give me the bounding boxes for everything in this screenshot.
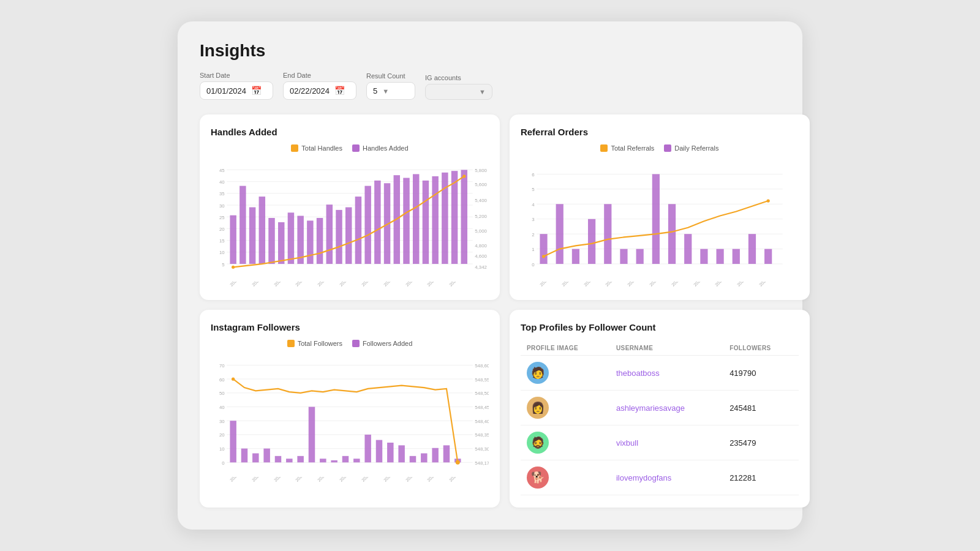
followers-svg: 70 60 50 40 30 20 10 0 548,600 548,550 5… (211, 352, 489, 474)
svg-text:548,300: 548,300 (475, 446, 489, 452)
svg-rect-110 (252, 453, 258, 462)
svg-text:50: 50 (219, 391, 225, 396)
svg-rect-117 (331, 460, 337, 462)
svg-rect-37 (336, 210, 342, 264)
avatar: 👩 (527, 397, 549, 419)
svg-rect-115 (309, 407, 315, 463)
svg-text:20: 20 (219, 227, 225, 232)
svg-rect-71 (604, 204, 611, 264)
svg-rect-68 (556, 204, 564, 264)
svg-text:5: 5 (532, 187, 535, 192)
referral-orders-title: Referral Orders (521, 127, 799, 137)
svg-text:70: 70 (219, 363, 225, 369)
svg-rect-120 (364, 435, 371, 462)
followers-chart-area: 70 60 50 40 30 20 10 0 548,600 548,550 5… (211, 352, 489, 487)
svg-text:10: 10 (219, 446, 225, 452)
svg-text:5: 5 (222, 262, 225, 268)
svg-text:4,600: 4,600 (475, 253, 487, 259)
svg-rect-31 (278, 222, 284, 264)
end-date-input[interactable]: 02/22/2024 📅 (283, 81, 356, 100)
svg-text:2: 2 (532, 232, 534, 238)
referral-orders-chart-card: Referral Orders Total Referrals Daily Re… (510, 114, 810, 300)
svg-rect-29 (259, 197, 265, 264)
referral-chart-area: 6 5 4 3 2 1 0 (521, 157, 799, 291)
svg-rect-79 (733, 249, 740, 264)
svg-text:35: 35 (219, 191, 225, 197)
followers-count: 245481 (729, 403, 756, 413)
calendar-icon-2: 📅 (334, 86, 345, 96)
legend-total-referrals-label: Total Referrals (611, 144, 654, 152)
svg-text:45: 45 (219, 168, 225, 173)
svg-text:1: 1 (532, 247, 534, 252)
svg-text:40: 40 (219, 405, 225, 410)
svg-rect-123 (398, 445, 404, 462)
username-link[interactable]: ilovemydogfans (616, 473, 671, 482)
table-row: 👩 ashleymariesavage 245481 (521, 391, 799, 425)
filters-row: Start Date 01/01/2024 📅 End Date 02/22/2… (200, 72, 780, 100)
svg-rect-75 (668, 204, 676, 264)
svg-text:30: 30 (219, 203, 225, 209)
svg-rect-39 (355, 197, 361, 264)
username-link[interactable]: ashleymariesavage (616, 403, 685, 413)
svg-rect-124 (410, 456, 416, 462)
profiles-table: PROFILE IMAGE USERNAME FOLLOWERS 🧑 thebo… (521, 341, 799, 495)
svg-rect-108 (230, 421, 236, 462)
handles-chart-area: 45 40 35 30 25 20 15 10 5 5,800 5,600 5,… (211, 157, 489, 291)
start-date-input[interactable]: 01/01/2024 📅 (200, 81, 273, 100)
page-title: Insights (200, 41, 780, 61)
start-date-label: Start Date (200, 72, 273, 79)
svg-rect-49 (451, 171, 458, 264)
svg-rect-32 (288, 212, 294, 264)
svg-text:0: 0 (532, 262, 535, 268)
svg-rect-112 (275, 456, 281, 462)
result-count-label: Result Count (366, 72, 415, 80)
svg-text:0: 0 (222, 460, 225, 466)
svg-text:3: 3 (532, 217, 535, 222)
followers-cell: 245481 (723, 391, 799, 425)
ig-accounts-select[interactable]: ▼ (425, 84, 492, 100)
svg-rect-114 (297, 456, 303, 462)
handles-added-legend: Total Handles Handles Added (211, 144, 489, 152)
instagram-followers-chart-card: Instagram Followers Total Followers Foll… (200, 310, 500, 508)
result-count-filter: Result Count 5 ▼ (366, 72, 415, 100)
handles-added-chart-card: Handles Added Total Handles Handles Adde… (200, 114, 500, 300)
followers-cell: 212281 (723, 460, 799, 495)
followers-count: 212281 (729, 473, 756, 482)
username-link[interactable]: theboatboss (616, 369, 660, 378)
svg-point-82 (542, 255, 545, 258)
username-link[interactable]: vixbull (616, 438, 638, 448)
svg-rect-41 (374, 181, 380, 264)
svg-text:60: 60 (219, 377, 225, 383)
followers-count: 235479 (729, 438, 756, 448)
svg-text:548,400: 548,400 (475, 419, 489, 424)
start-date-filter: Start Date 01/01/2024 📅 (200, 72, 273, 100)
username-cell: ashleymariesavage (610, 391, 723, 425)
svg-text:5,200: 5,200 (475, 214, 487, 219)
legend-total-referrals: Total Referrals (600, 144, 654, 152)
svg-text:25: 25 (219, 215, 225, 220)
legend-handles-added-label: Handles Added (363, 144, 409, 152)
svg-text:5,000: 5,000 (475, 228, 487, 234)
legend-total-handles-label: Total Handles (301, 144, 342, 152)
end-date-label: End Date (283, 72, 356, 79)
col-followers: FOLLOWERS (723, 341, 799, 356)
end-date-filter: End Date 02/22/2024 📅 (283, 72, 356, 100)
chevron-down-icon: ▼ (382, 88, 389, 95)
referral-svg: 6 5 4 3 2 1 0 (521, 157, 799, 279)
svg-rect-74 (652, 174, 660, 264)
legend-daily-referrals-label: Daily Referrals (674, 144, 718, 152)
svg-text:548,350: 548,350 (475, 432, 489, 438)
svg-rect-30 (268, 218, 274, 264)
svg-text:548,500: 548,500 (475, 391, 489, 396)
calendar-icon: 📅 (251, 86, 262, 96)
svg-point-52 (462, 174, 466, 178)
svg-rect-119 (353, 459, 360, 462)
svg-text:5,400: 5,400 (475, 198, 487, 203)
result-count-select[interactable]: 5 ▼ (366, 82, 415, 100)
svg-rect-121 (376, 440, 382, 463)
chevron-down-icon-2: ▼ (479, 88, 486, 96)
table-row: 🐕 ilovemydogfans 212281 (521, 460, 799, 495)
legend-dot-orange-ig (287, 340, 295, 347)
followers-cell: 235479 (723, 425, 799, 460)
col-username: USERNAME (610, 341, 723, 356)
